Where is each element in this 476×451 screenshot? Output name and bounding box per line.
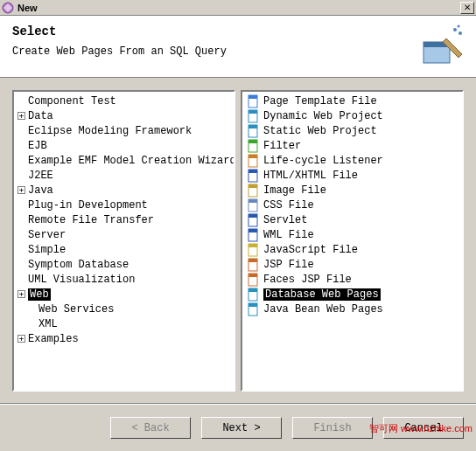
list-item-label: Filter <box>263 140 301 152</box>
tree-item-label: Eclipse Modeling Framework <box>28 125 192 137</box>
list-item-label: Java Bean Web Pages <box>263 303 383 316</box>
tree-item-label: Symptom Database <box>28 259 129 271</box>
list-item[interactable]: Life-cycle Listener <box>244 153 460 168</box>
list-item[interactable]: JSP File <box>244 257 460 272</box>
list-item-label: Image File <box>263 184 326 197</box>
file-type-icon <box>246 124 260 138</box>
tree-item-label: XML <box>38 318 58 330</box>
list-item-label: Page Template File <box>263 95 377 108</box>
svg-rect-25 <box>248 229 257 232</box>
tree-item[interactable]: Simple <box>16 242 232 257</box>
list-item-label: CSS File <box>263 199 314 212</box>
tree-item-label: Examples <box>28 333 79 345</box>
file-type-icon <box>246 243 260 257</box>
list-item-label: Faces JSP File <box>263 274 352 286</box>
file-type-icon <box>246 154 260 168</box>
svg-rect-9 <box>248 110 257 114</box>
next-button[interactable]: Next > <box>201 417 282 439</box>
file-type-icon <box>246 273 260 287</box>
tree-item[interactable]: +Java <box>16 183 232 198</box>
tree-item[interactable]: Example EMF Model Creation Wizards <box>16 153 232 168</box>
tree-item-label: UML Visualization <box>28 274 135 286</box>
wizard-icon <box>420 24 464 68</box>
tree-item[interactable]: Symptom Database <box>16 257 232 272</box>
tree-item[interactable]: Component Test <box>16 94 232 108</box>
svg-rect-29 <box>248 259 257 262</box>
svg-rect-27 <box>248 244 257 247</box>
back-button: < Back <box>110 417 191 439</box>
file-type-icon <box>246 139 260 153</box>
tree-item-label: Web Services <box>38 303 114 316</box>
expander-icon[interactable]: + <box>18 112 25 120</box>
svg-rect-35 <box>248 303 257 307</box>
tree-item-label: EJB <box>28 140 47 152</box>
list-item[interactable]: Page Template File <box>244 94 460 108</box>
header-heading: Select <box>12 24 411 38</box>
list-item[interactable]: Database Web Pages <box>244 287 460 302</box>
list-item[interactable]: WML File <box>244 227 460 242</box>
file-type-icon <box>246 109 260 123</box>
svg-rect-17 <box>248 170 257 173</box>
tree-item[interactable]: EJB <box>16 138 232 153</box>
svg-rect-31 <box>248 274 257 277</box>
tree-item[interactable]: Remote File Transfer <box>16 212 232 227</box>
close-button[interactable]: ✕ <box>460 2 474 14</box>
category-tree-pane[interactable]: Component Test+DataEclipse Modeling Fram… <box>12 90 235 392</box>
list-item[interactable]: CSS File <box>244 198 460 212</box>
list-item[interactable]: Faces JSP File <box>244 272 460 287</box>
tree-item-label: Java <box>28 184 53 197</box>
tree-item-label: Data <box>28 110 53 122</box>
list-item-label: Dynamic Web Project <box>263 110 383 122</box>
tree-item-label: J2EE <box>28 170 53 182</box>
tree-item[interactable]: UML Visualization <box>16 272 232 287</box>
tree-item[interactable]: Eclipse Modeling Framework <box>16 123 232 138</box>
list-item[interactable]: JavaScript File <box>244 242 460 257</box>
list-item-label: Static Web Project <box>263 125 377 137</box>
tree-item[interactable]: +Examples <box>16 331 232 346</box>
list-item-label: Life-cycle Listener <box>263 155 383 167</box>
list-item[interactable]: Servlet <box>244 212 460 227</box>
list-item[interactable]: Static Web Project <box>244 123 460 138</box>
expander-icon[interactable]: + <box>18 186 25 194</box>
tree-item[interactable]: Server <box>16 227 232 242</box>
tree-item-label: Plug-in Development <box>28 199 148 212</box>
tree-item[interactable]: Web Services <box>16 302 232 316</box>
expander-icon[interactable]: + <box>18 290 25 298</box>
list-item[interactable]: Java Bean Web Pages <box>244 302 460 316</box>
list-item[interactable]: Filter <box>244 138 460 153</box>
list-item[interactable]: HTML/XHTML File <box>244 168 460 183</box>
file-type-icon <box>246 228 260 242</box>
file-type-icon <box>246 198 260 212</box>
svg-rect-33 <box>248 288 257 292</box>
tree-item[interactable]: +Web <box>16 287 232 302</box>
expander-icon[interactable]: + <box>18 335 25 343</box>
tree-item[interactable]: J2EE <box>16 168 232 183</box>
list-item-label: Servlet <box>263 214 307 226</box>
tree-item[interactable]: Plug-in Development <box>16 198 232 212</box>
file-type-icon <box>246 288 260 302</box>
list-item[interactable]: Image File <box>244 183 460 198</box>
title-bar: New ✕ <box>0 0 476 16</box>
file-type-icon <box>246 213 260 227</box>
svg-rect-23 <box>248 214 257 218</box>
finish-button: Finish <box>292 417 373 439</box>
list-item[interactable]: Dynamic Web Project <box>244 108 460 123</box>
list-item-label: HTML/XHTML File <box>263 170 358 182</box>
file-type-icon <box>246 169 260 183</box>
tree-item-label: Example EMF Model Creation Wizards <box>28 155 235 167</box>
wizard-list-pane[interactable]: Page Template FileDynamic Web ProjectSta… <box>241 90 464 392</box>
header-subtitle: Create Web Pages From an SQL Query <box>12 45 411 58</box>
tree-item-label: Remote File Transfer <box>28 214 154 226</box>
svg-rect-13 <box>248 140 257 143</box>
tree-item[interactable]: +Data <box>16 108 232 123</box>
svg-point-3 <box>453 28 457 31</box>
file-type-icon <box>246 94 260 108</box>
file-type-icon <box>246 184 260 198</box>
list-item-label: Database Web Pages <box>263 288 381 301</box>
window-title: New <box>18 3 460 13</box>
main-content: Component Test+DataEclipse Modeling Fram… <box>0 78 476 404</box>
wizard-header: Select Create Web Pages From an SQL Quer… <box>0 16 476 78</box>
tree-item[interactable]: XML <box>16 316 232 331</box>
svg-rect-7 <box>248 95 257 99</box>
file-type-icon <box>246 258 260 272</box>
